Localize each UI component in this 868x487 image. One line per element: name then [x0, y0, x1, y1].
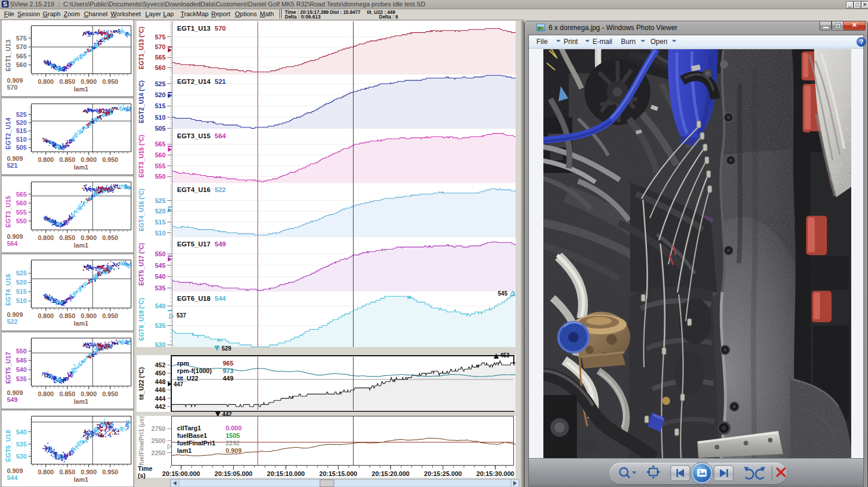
svg-text:570: 570 — [215, 25, 226, 32]
svg-text:0.909: 0.909 — [7, 233, 23, 240]
svg-text:0.000: 0.000 — [226, 425, 242, 431]
svg-text:565: 565 — [16, 53, 27, 60]
svg-text:EGT6_U18: EGT6_U18 — [5, 430, 12, 462]
svg-text:Time: Time — [138, 465, 152, 472]
svg-text:EGT1_U13: EGT1_U13 — [5, 39, 12, 71]
svg-text:565: 565 — [155, 141, 165, 147]
svg-text:510: 510 — [155, 230, 165, 237]
svg-text:560: 560 — [155, 152, 165, 158]
svg-text:575: 575 — [16, 35, 27, 42]
svg-text:525: 525 — [16, 270, 27, 276]
svg-text:525: 525 — [155, 197, 165, 204]
svg-text:lam1: lam1 — [73, 86, 88, 93]
svg-text:0.909: 0.909 — [7, 155, 23, 162]
svg-text:540: 540 — [155, 273, 165, 280]
svg-text:530: 530 — [155, 341, 165, 348]
svg-text:550: 550 — [16, 217, 27, 224]
svg-text:525: 525 — [155, 80, 165, 87]
svg-text:fuelFinalPri1 (µs): fuelFinalPri1 (µs) — [138, 416, 145, 466]
svg-text:549: 549 — [215, 241, 226, 248]
svg-text:EGT5_U17: EGT5_U17 — [5, 352, 12, 383]
svg-text:446: 446 — [155, 386, 165, 393]
svg-text:0.950: 0.950 — [102, 156, 119, 163]
svg-text:0.900: 0.900 — [81, 78, 97, 85]
svg-text:540: 540 — [16, 429, 27, 436]
svg-text:0.909: 0.909 — [226, 447, 242, 454]
svg-text:0.800: 0.800 — [38, 156, 54, 163]
svg-text:535: 535 — [155, 285, 165, 292]
svg-text:550: 550 — [16, 348, 27, 355]
svg-text:449: 449 — [223, 375, 233, 382]
svg-text:447: 447 — [174, 381, 183, 388]
svg-text:20:15:15.000: 20:15:15.000 — [319, 470, 357, 477]
svg-text:EGT1_U13 (°C): EGT1_U13 (°C) — [138, 27, 145, 69]
svg-text:545: 545 — [16, 357, 27, 364]
svg-text:0.900: 0.900 — [81, 390, 97, 397]
svg-text:0.900: 0.900 — [81, 468, 97, 475]
svg-text:545: 545 — [155, 262, 165, 269]
svg-text:564: 564 — [7, 240, 18, 247]
svg-text:EGT2_U14: EGT2_U14 — [177, 78, 211, 85]
svg-text:575: 575 — [155, 34, 165, 40]
svg-text:560: 560 — [16, 61, 27, 68]
svg-text:565: 565 — [155, 54, 165, 61]
svg-text:fuelFinalPri1: fuelFinalPri1 — [177, 440, 215, 447]
svg-text:EGT6_U18: EGT6_U18 — [177, 295, 211, 302]
svg-text:EGT1_U13: EGT1_U13 — [177, 25, 211, 32]
svg-text:535: 535 — [16, 441, 27, 448]
svg-text:lam1: lam1 — [73, 398, 88, 405]
svg-text:20:15:00.000: 20:15:00.000 — [162, 470, 200, 477]
svg-text:570: 570 — [16, 43, 27, 50]
svg-text:505: 505 — [16, 144, 27, 151]
svg-text:510: 510 — [16, 297, 27, 304]
svg-text:EGT5_U17 (°C): EGT5_U17 (°C) — [138, 243, 145, 286]
svg-text:564: 564 — [215, 132, 226, 139]
svg-text:EGT6_U18 (°C): EGT6_U18 (°C) — [138, 298, 145, 341]
svg-text:2750: 2750 — [152, 425, 165, 432]
svg-text:2500: 2500 — [152, 437, 165, 444]
svg-text:0.909: 0.909 — [7, 77, 23, 84]
svg-text:537: 537 — [176, 312, 186, 319]
svg-text:2250: 2250 — [152, 449, 165, 456]
svg-text:510: 510 — [16, 136, 27, 143]
svg-text:0.950: 0.950 — [102, 78, 119, 85]
svg-text:522: 522 — [215, 186, 226, 193]
svg-text:rpm-f(1000): rpm-f(1000) — [177, 367, 212, 374]
svg-text:965: 965 — [223, 360, 233, 367]
svg-text:0.950: 0.950 — [102, 312, 119, 319]
svg-text:452: 452 — [155, 361, 165, 368]
svg-text:EGT4_U16: EGT4_U16 — [177, 186, 211, 193]
svg-text:fuelBase1: fuelBase1 — [177, 432, 207, 439]
svg-text:lam1: lam1 — [73, 476, 88, 483]
svg-text:540: 540 — [155, 302, 165, 309]
svg-text:453: 453 — [500, 352, 510, 359]
svg-text:0.900: 0.900 — [81, 234, 97, 241]
svg-text:529: 529 — [222, 345, 231, 352]
svg-text:555: 555 — [16, 209, 27, 216]
svg-text:540: 540 — [16, 366, 27, 373]
svg-text:0.900: 0.900 — [81, 156, 97, 163]
svg-text:0.800: 0.800 — [38, 78, 54, 85]
svg-text:EGT3_U15 (°C): EGT3_U15 (°C) — [138, 135, 145, 178]
svg-text:535: 535 — [155, 322, 165, 329]
svg-text:515: 515 — [155, 102, 165, 109]
svg-text:tit_U22 (°C): tit_U22 (°C) — [138, 367, 145, 400]
svg-text:973: 973 — [223, 367, 233, 374]
svg-text:0.850: 0.850 — [60, 156, 76, 163]
svg-text:510: 510 — [155, 114, 165, 121]
svg-text:0.850: 0.850 — [60, 312, 76, 319]
svg-text:555: 555 — [155, 163, 165, 169]
svg-text:550: 550 — [155, 250, 165, 257]
svg-text:570: 570 — [155, 43, 165, 50]
svg-text:0.909: 0.909 — [7, 389, 23, 396]
svg-text:1505: 1505 — [226, 432, 240, 439]
svg-text:442: 442 — [155, 403, 165, 410]
svg-text:570: 570 — [7, 84, 17, 91]
svg-text:0.950: 0.950 — [102, 234, 119, 241]
svg-text:550: 550 — [155, 173, 165, 180]
svg-text:515: 515 — [16, 288, 27, 295]
svg-text:520: 520 — [16, 119, 27, 126]
svg-text:448: 448 — [155, 378, 165, 385]
svg-text:544: 544 — [215, 295, 226, 302]
svg-text:EGT5_U17: EGT5_U17 — [177, 241, 211, 248]
